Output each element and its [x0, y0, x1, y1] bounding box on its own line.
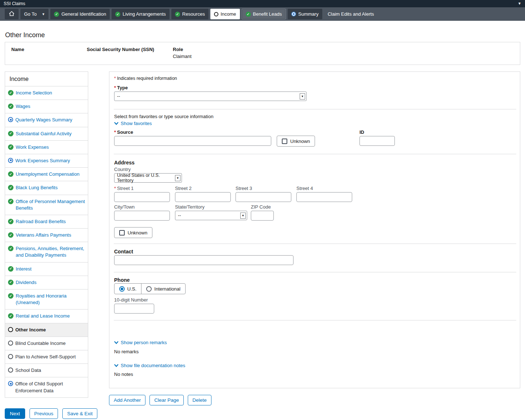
nav-tab-claim-edits-and-alerts[interactable]: Claim Edits and Alerts — [324, 9, 378, 19]
street3-input[interactable] — [236, 192, 291, 202]
no-notes-text: No notes — [114, 372, 133, 377]
person-role-label: Role — [173, 47, 183, 52]
state-select-value: -- — [178, 213, 181, 218]
nav-tab-general-identification[interactable]: ✓General Identification — [50, 9, 110, 19]
circled-dot-icon — [291, 12, 296, 16]
divider — [114, 154, 516, 154]
state-select[interactable]: -- ▼ — [175, 211, 247, 220]
check-circle-icon: ✓ — [8, 246, 13, 251]
nav-tab-living-arrangements[interactable]: ✓Living Arrangements — [112, 9, 170, 19]
street4-input[interactable] — [296, 192, 352, 202]
titlebar-collapse-icon[interactable]: ▼ — [518, 2, 521, 5]
check-circle-icon: ✓ — [246, 12, 251, 17]
show-person-remarks-link[interactable]: Show person remarks — [114, 340, 167, 345]
sidebar-item-label: School Data — [15, 367, 41, 374]
nav-tabs: ✓General Identification✓Living Arrangeme… — [50, 9, 377, 19]
sidebar-item-label: Work Expenses Summary — [15, 158, 70, 164]
source-id-input[interactable] — [359, 136, 395, 146]
person-role-value: Claimant — [173, 54, 191, 59]
previous-button[interactable]: Previous — [30, 408, 58, 419]
chevron-down-icon: ▼ — [300, 93, 305, 100]
sidebar-item-label: Other Income — [15, 327, 46, 333]
sidebar-item-label: Blind Countable Income — [15, 340, 66, 347]
check-circle-icon: ✓ — [8, 266, 13, 272]
check-circle-icon: ✓ — [8, 144, 13, 150]
sidebar-item-unemployment-compensation[interactable]: ✓Unemployment Compensation — [5, 167, 88, 181]
address-unknown-checkbox[interactable]: Unknown — [114, 227, 152, 238]
divider — [114, 320, 516, 320]
zip-input[interactable] — [251, 211, 274, 221]
sidebar-item-label: Black Lung Benefits — [16, 184, 58, 191]
save-exit-button[interactable]: Save & Exit — [62, 408, 97, 419]
country-select-value: United States or U.S. Territory — [117, 173, 175, 183]
goto-label: Go To — [24, 11, 36, 17]
sidebar-item-pensions-annuities-retirement-and-disability-payments[interactable]: ✓Pensions, Annuities, Retirement, and Di… — [5, 242, 88, 262]
sidebar-item-plan-to-achieve-self-support[interactable]: Plan to Achieve Self-Support — [5, 350, 88, 363]
check-circle-icon: ✓ — [8, 171, 13, 177]
home-button[interactable] — [5, 9, 19, 19]
radio-selected-icon — [119, 286, 125, 292]
nav-tab-resources[interactable]: ✓Resources — [171, 9, 209, 19]
sidebar-item-royalties-and-honoraria-unearned[interactable]: ✓Royalties and Honoraria (Unearned) — [5, 289, 88, 309]
nav-tab-label: Income — [221, 11, 236, 17]
nav-tab-income[interactable]: Income — [210, 9, 240, 19]
sidebar-item-label: Unemployment Compensation — [16, 171, 79, 178]
sidebar-item-work-expenses-summary[interactable]: Work Expenses Summary — [5, 154, 88, 167]
sidebar-item-railroad-board-benefits[interactable]: ✓Railroad Board Benefits — [5, 215, 88, 228]
nav-tab-summary[interactable]: Summary — [288, 9, 322, 19]
sidebar-item-label: Royalties and Honoraria (Unearned) — [16, 293, 85, 306]
phone-number-input[interactable] — [114, 304, 154, 314]
sidebar-item-quarterly-wages-summary[interactable]: Quarterly Wages Summary — [5, 113, 88, 127]
show-file-notes-link[interactable]: Show file documentation notes — [114, 363, 185, 368]
divider — [114, 272, 516, 272]
sidebar-item-blind-countable-income[interactable]: Blind Countable Income — [5, 337, 88, 350]
sidebar-item-wages[interactable]: ✓Wages — [5, 100, 88, 113]
phone-international-radio[interactable]: International — [141, 284, 185, 294]
income-sidebar: Income ✓Income Selection✓WagesQuarterly … — [5, 71, 88, 398]
zip-label: ZIP Code — [251, 204, 271, 210]
sidebar-item-label: Plan to Achieve Self-Support — [15, 354, 76, 360]
sidebar-item-rental-and-lease-income[interactable]: ✓Rental and Lease Income — [5, 309, 88, 323]
add-another-button[interactable]: Add Another — [109, 395, 145, 405]
panel-actions: Add Another Clear Page Delete — [109, 395, 211, 405]
nav-tab-benefit-leads[interactable]: ✓Benefit Leads — [242, 9, 286, 19]
sidebar-item-office-of-child-support-enforcement-data[interactable]: Office of Child Support Enforcement Data — [5, 377, 88, 397]
delete-button[interactable]: Delete — [188, 395, 211, 405]
sidebar-item-school-data[interactable]: School Data — [5, 363, 88, 377]
next-button[interactable]: Next — [5, 408, 25, 419]
nav-tab-label: Benefit Leads — [253, 11, 282, 17]
street1-label: *Street 1 — [114, 186, 134, 191]
sidebar-item-other-income[interactable]: Other Income — [5, 323, 88, 337]
nav-tab-label: General Identification — [61, 11, 106, 17]
app-title: SSI Claims — [4, 1, 25, 6]
circled-dot-icon — [8, 158, 13, 163]
show-favorites-link[interactable]: Show favorites — [114, 121, 152, 126]
source-unknown-checkbox[interactable]: Unknown — [277, 136, 315, 147]
main-nav: Go To ▼ ✓General Identification✓Living A… — [0, 7, 525, 21]
chevron-down-icon: ▼ — [175, 175, 180, 181]
sidebar-item-work-expenses[interactable]: ✓Work Expenses — [5, 140, 88, 154]
sidebar-item-dividends[interactable]: ✓Dividends — [5, 276, 88, 289]
titlebar: SSI Claims ▼ — [0, 0, 525, 7]
street2-input[interactable] — [175, 192, 231, 202]
phone-us-radio[interactable]: U.S. — [114, 284, 141, 294]
sidebar-item-black-lung-benefits[interactable]: ✓Black Lung Benefits — [5, 181, 88, 194]
sidebar-item-label: Quarterly Wages Summary — [15, 117, 72, 123]
country-select[interactable]: United States or U.S. Territory ▼ — [114, 173, 182, 183]
source-id-label: ID — [359, 129, 364, 135]
sidebar-title: Income — [5, 72, 88, 86]
sidebar-item-office-of-personnel-management-benefits[interactable]: ✓Office of Personnel Management Benefits — [5, 195, 88, 215]
sidebar-item-income-selection[interactable]: ✓Income Selection — [5, 86, 88, 100]
sidebar-item-veterans-affairs-payments[interactable]: ✓Veterans Affairs Payments — [5, 228, 88, 242]
sidebar-item-substantial-gainful-activity[interactable]: ✓Substantial Gainful Activity — [5, 127, 88, 140]
goto-button[interactable]: Go To ▼ — [20, 9, 48, 19]
check-circle-icon: ✓ — [8, 104, 13, 109]
street1-input[interactable] — [114, 192, 170, 202]
type-select[interactable]: -- ▼ — [114, 92, 307, 101]
contact-input[interactable] — [114, 255, 293, 265]
clear-page-button[interactable]: Clear Page — [149, 395, 184, 405]
city-input[interactable] — [114, 211, 170, 221]
source-input[interactable] — [114, 136, 271, 146]
sidebar-item-interest[interactable]: ✓Interest — [5, 262, 88, 276]
phone-section-title: Phone — [114, 277, 130, 283]
